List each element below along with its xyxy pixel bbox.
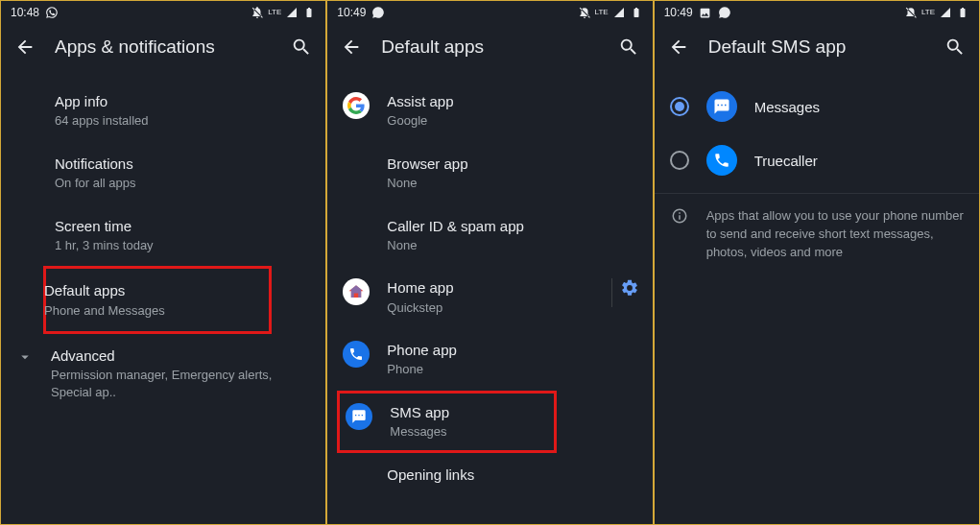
lte-label: LTE <box>921 9 935 16</box>
item-caller-id-app[interactable]: Caller ID & spam app None <box>327 204 652 267</box>
status-time: 10:49 <box>664 6 693 19</box>
content: App info 64 apps installed Notifications… <box>1 70 325 524</box>
item-sub: 64 apps installed <box>55 112 310 130</box>
phone-apps-notifications: 10:48 LTE Apps & notifications App info … <box>0 0 326 525</box>
item-sms-app[interactable]: SMS app Messages <box>340 394 553 450</box>
search-icon[interactable] <box>291 36 312 58</box>
status-bar: 10:49 LTE <box>327 1 652 24</box>
signal-icon <box>285 6 299 19</box>
highlight-sms-app: SMS app Messages <box>337 391 556 453</box>
radio-button[interactable] <box>670 97 689 116</box>
messages-icon <box>706 91 737 122</box>
radio-messages[interactable]: Messages <box>655 80 979 133</box>
signal-icon <box>612 6 626 19</box>
item-phone-app[interactable]: Phone app Phone <box>327 328 652 391</box>
item-opening-links[interactable]: Opening links <box>327 453 652 505</box>
battery-icon <box>956 6 969 19</box>
item-assist-app[interactable]: Assist app Google <box>327 80 652 142</box>
item-title: Home app <box>387 278 636 298</box>
phone-default-apps: 10:49 LTE Default apps Assist app <box>326 0 653 525</box>
info-block: Apps that allow you to use your phone nu… <box>655 193 979 275</box>
info-icon <box>671 207 688 262</box>
item-sub: None <box>387 237 636 254</box>
dnd-icon <box>578 6 591 19</box>
lte-label: LTE <box>268 9 281 16</box>
radio-truecaller[interactable]: Truecaller <box>655 133 979 187</box>
status-time: 10:48 <box>11 6 39 19</box>
divider <box>611 278 612 307</box>
battery-icon <box>302 6 316 19</box>
item-title: Opening links <box>387 465 636 485</box>
item-title: Notifications <box>55 155 310 174</box>
item-notifications[interactable]: Notifications On for all apps <box>1 142 325 204</box>
status-time: 10:49 <box>337 6 366 19</box>
gear-icon[interactable] <box>620 278 639 298</box>
item-sub: Quickstep <box>387 299 636 317</box>
signal-icon <box>939 6 952 19</box>
item-sub: Google <box>387 112 636 130</box>
item-sub: Phone <box>387 361 636 378</box>
item-title: Screen time <box>55 217 310 236</box>
back-icon[interactable] <box>668 36 689 58</box>
status-bar: 10:49 LTE <box>655 1 979 24</box>
item-sub: None <box>387 175 636 192</box>
item-sub: Permission manager, Emergency alerts, Sp… <box>51 367 310 400</box>
item-app-info[interactable]: App info 64 apps installed <box>1 80 325 142</box>
radio-button[interactable] <box>670 151 689 170</box>
item-sub: On for all apps <box>55 175 310 192</box>
content: Messages Truecaller Apps that allow you … <box>655 70 979 524</box>
item-title: App info <box>55 92 310 111</box>
item-title: Default apps <box>44 281 253 300</box>
chevron-down-icon <box>16 348 34 370</box>
google-icon <box>343 92 370 119</box>
highlight-default-apps: Default apps Phone and Messages <box>43 266 272 334</box>
radio-label: Messages <box>754 99 820 115</box>
item-title: Browser app <box>387 155 636 174</box>
item-screen-time[interactable]: Screen time 1 hr, 3 mins today <box>1 204 325 267</box>
page-title: Default SMS app <box>708 36 925 58</box>
topbar: Apps & notifications <box>1 24 325 70</box>
search-icon[interactable] <box>618 36 639 58</box>
item-default-apps[interactable]: Default apps Phone and Messages <box>35 269 269 331</box>
image-icon <box>699 6 712 19</box>
item-sub: Phone and Messages <box>44 302 253 320</box>
topbar: Default apps <box>327 24 652 70</box>
item-sub: 1 hr, 3 mins today <box>55 237 310 254</box>
item-title: Assist app <box>387 92 636 111</box>
item-title: Caller ID & spam app <box>387 217 636 236</box>
dnd-icon <box>904 6 918 19</box>
item-title: Advanced <box>51 346 310 366</box>
home-icon <box>343 278 370 305</box>
lte-label: LTE <box>595 9 609 16</box>
truecaller-icon <box>706 145 737 176</box>
back-icon[interactable] <box>14 36 36 58</box>
item-home-app[interactable]: Home app Quickstep <box>327 266 652 328</box>
whatsapp-icon <box>45 6 59 19</box>
content: Assist app Google Browser app None Calle… <box>327 70 652 524</box>
page-title: Default apps <box>381 36 598 58</box>
item-browser-app[interactable]: Browser app None <box>327 142 652 204</box>
dnd-icon <box>251 6 264 19</box>
page-title: Apps & notifications <box>55 36 272 58</box>
item-title: SMS app <box>390 403 547 422</box>
info-text: Apps that allow you to use your phone nu… <box>706 207 964 262</box>
battery-icon <box>630 6 643 19</box>
messages-icon <box>346 403 372 430</box>
topbar: Default SMS app <box>655 24 979 70</box>
whatsapp-icon <box>718 6 731 19</box>
whatsapp-icon <box>371 6 385 19</box>
radio-label: Truecaller <box>754 153 818 169</box>
item-title: Phone app <box>387 341 636 360</box>
search-icon[interactable] <box>944 36 966 58</box>
phone-icon <box>343 341 370 368</box>
status-bar: 10:48 LTE <box>1 1 325 24</box>
item-advanced[interactable]: Advanced Permission manager, Emergency a… <box>1 334 325 413</box>
item-sub: Messages <box>390 423 547 441</box>
back-icon[interactable] <box>341 36 362 58</box>
phone-default-sms-app: 10:49 LTE Default SMS app Messages <box>654 0 980 525</box>
